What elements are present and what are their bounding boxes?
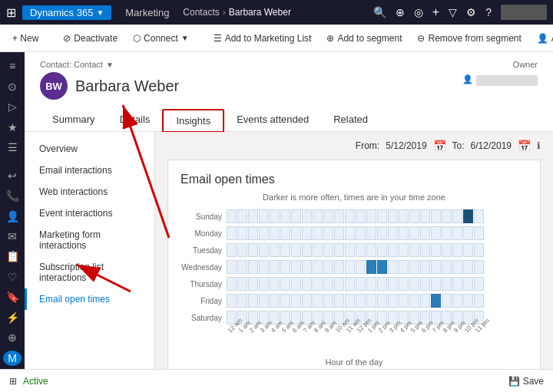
row-cells (227, 226, 484, 240)
heat-cell (259, 294, 269, 308)
save-button[interactable]: 💾 Save (508, 376, 544, 387)
sidebar-phone-icon[interactable]: 📞 (3, 188, 22, 203)
app-switcher[interactable]: Dynamics 365 ▼ (22, 5, 111, 20)
heat-cell (474, 209, 484, 223)
heat-cell (259, 209, 269, 223)
tab-details[interactable]: Details (108, 109, 163, 131)
tab-events[interactable]: Events attended (224, 109, 321, 131)
nav-web-interactions[interactable]: Web interactions (25, 181, 154, 203)
heat-cell (280, 277, 290, 291)
filter-icon[interactable]: ▽ (449, 6, 457, 18)
segment-icon: ⊕ (326, 33, 334, 44)
sidebar-menu-icon[interactable]: ≡ (3, 58, 22, 74)
settings-icon[interactable]: ⚙ (466, 6, 476, 18)
nav-email-open-times[interactable]: Email open times (25, 288, 154, 310)
heat-cell (259, 226, 269, 240)
heat-cell (323, 294, 333, 308)
heat-cell (302, 277, 312, 291)
nav-email-interactions[interactable]: Email interactions (25, 160, 154, 181)
heat-cell (377, 277, 387, 291)
sidebar-home-icon[interactable]: ⊙ (3, 78, 22, 94)
heat-cell (280, 243, 290, 257)
deactivate-icon: ⊘ (63, 33, 71, 44)
heat-cell (463, 294, 473, 308)
new-button[interactable]: + New (6, 30, 45, 47)
deactivate-button[interactable]: ⊘ Deactivate (57, 30, 124, 47)
heat-cell (409, 294, 419, 308)
assign-button[interactable]: 👤 Assign (531, 30, 553, 47)
to-value[interactable]: 6/12/2019 (471, 140, 512, 151)
from-calendar-icon[interactable]: 📅 (433, 140, 446, 152)
heat-cell (474, 226, 484, 240)
from-value[interactable]: 5/12/2019 (386, 140, 426, 151)
sidebar-user-icon[interactable]: M (3, 351, 22, 366)
nav-overview[interactable]: Overview (25, 138, 154, 160)
recent-icon[interactable]: ⊕ (396, 6, 405, 18)
heat-cell (366, 209, 376, 223)
sidebar-plus-icon[interactable]: ⊕ (3, 330, 22, 345)
heat-cell (323, 260, 333, 274)
add-segment-button[interactable]: ⊕ Add to segment (320, 30, 408, 47)
to-calendar-icon[interactable]: 📅 (518, 140, 531, 152)
expand-icon[interactable]: ⊞ (9, 376, 17, 387)
heat-cell (227, 209, 237, 223)
sidebar-nav-icon[interactable]: ☰ (3, 140, 22, 155)
heat-cell (388, 243, 398, 257)
sidebar-bolt-icon[interactable]: ⚡ (3, 310, 22, 325)
user-avatar[interactable] (501, 5, 547, 20)
sidebar-tag-icon[interactable]: 🔖 (3, 289, 22, 305)
sidebar-recent-icon[interactable]: ▷ (3, 99, 22, 114)
heat-cell (248, 226, 258, 240)
grid-icon[interactable]: ⊞ (6, 5, 16, 20)
heat-cell (334, 243, 344, 257)
tab-summary[interactable]: Summary (40, 109, 108, 131)
search-icon[interactable]: 🔍 (373, 6, 386, 18)
heat-cell (431, 277, 441, 291)
row-label: Tuesday (180, 246, 227, 255)
help-icon[interactable]: ? (485, 6, 492, 18)
x-axis-label: Hour of the day (180, 357, 528, 367)
dropdown-icon[interactable]: ▼ (106, 61, 114, 69)
heat-cell (399, 294, 409, 308)
remove-segment-button[interactable]: ⊖ Remove from segment (411, 30, 527, 47)
add-icon[interactable]: + (432, 5, 439, 19)
heat-cell (356, 226, 366, 240)
heat-cell (431, 294, 441, 308)
connect-button[interactable]: ⬡ Connect ▼ (127, 30, 195, 47)
add-marketing-button[interactable]: ☰ Add to Marketing List (207, 30, 318, 47)
heat-cell (356, 209, 366, 223)
sidebar-contact-icon[interactable]: 👤 (3, 208, 22, 223)
heat-cell (313, 277, 323, 291)
sidebar-list-icon[interactable]: 📋 (3, 249, 22, 264)
location-icon[interactable]: ◎ (414, 6, 423, 18)
nav-marketing-form[interactable]: Marketing form interactions (25, 224, 154, 256)
heat-cell (302, 226, 312, 240)
heat-cell (345, 226, 355, 240)
list-icon: ☰ (214, 33, 222, 44)
tab-insights[interactable]: Insights (162, 109, 224, 133)
heat-cell (291, 294, 301, 308)
save-label: Save (523, 376, 544, 387)
save-icon: 💾 (508, 376, 520, 387)
heat-cell (463, 277, 473, 291)
tab-related[interactable]: Related (321, 109, 380, 131)
breadcrumb-parent[interactable]: Contacts (183, 7, 219, 18)
heat-cell (399, 209, 409, 223)
heat-cell (442, 260, 452, 274)
heat-row: Sunday (180, 208, 528, 225)
nav-subscription[interactable]: Subscription list interactions (25, 256, 154, 288)
module-name[interactable]: Marketing (118, 7, 177, 18)
contact-meta: Contact: Contact ▼ (40, 60, 179, 69)
heat-cell (227, 294, 237, 308)
nav-event-interactions[interactable]: Event interactions (25, 203, 154, 224)
contact-name: Barbara Weber (75, 77, 179, 95)
heat-cell (270, 209, 280, 223)
heat-cell (463, 243, 473, 257)
sidebar-email-icon[interactable]: ✉ (3, 229, 22, 244)
sidebar-back-icon[interactable]: ↩ (3, 167, 22, 183)
sidebar-pinned-icon[interactable]: ★ (3, 119, 22, 134)
dropdown-arrow: ▼ (181, 34, 189, 42)
info-icon[interactable]: ℹ (537, 140, 541, 151)
sidebar-favorite-icon[interactable]: ♡ (3, 269, 22, 285)
heat-cell (366, 277, 376, 291)
